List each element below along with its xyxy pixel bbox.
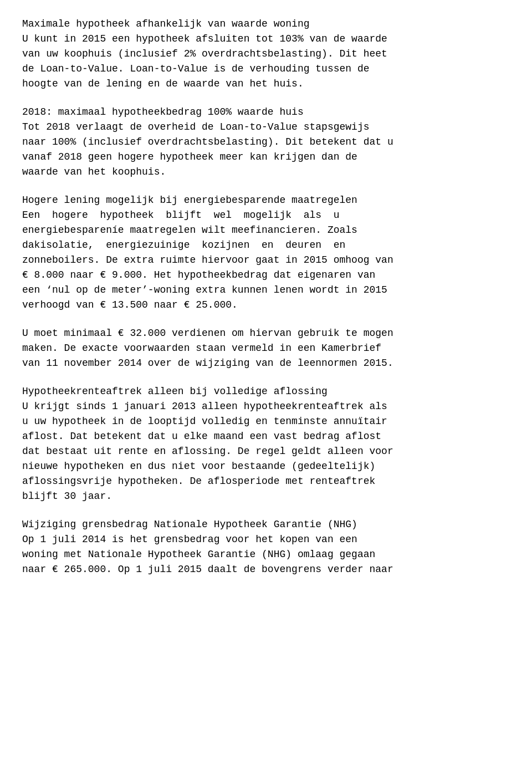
section-6-title: Wijziging grensbedrag Nationale Hypothee…	[22, 517, 510, 532]
section-3-body: Een hogere hypotheek blijft wel mogelijk…	[22, 208, 510, 313]
section-4: U moet minimaal € 32.000 verdienen om hi…	[22, 326, 510, 371]
section-5-body: U krijgt sinds 1 januari 2013 alleen hyp…	[22, 399, 510, 504]
section-6: Wijziging grensbedrag Nationale Hypothee…	[22, 517, 510, 577]
section-2-title: 2018: maximaal hypotheekbedrag 100% waar…	[22, 105, 510, 120]
section-1: Maximale hypotheek afhankelijk van waard…	[22, 17, 510, 91]
section-3: Hogere lening mogelijk bij energiebespar…	[22, 193, 510, 313]
section-4-body: U moet minimaal € 32.000 verdienen om hi…	[22, 326, 510, 371]
section-5: Hypotheekrenteaftrek alleen bij volledig…	[22, 384, 510, 504]
section-5-title: Hypotheekrenteaftrek alleen bij volledig…	[22, 384, 510, 399]
paragraph-1: Maximale hypotheek afhankelijk van waard…	[22, 17, 510, 91]
main-content: Maximale hypotheek afhankelijk van waard…	[22, 17, 510, 577]
section-3-title: Hogere lening mogelijk bij energiebespar…	[22, 193, 510, 208]
section-2-body: Tot 2018 verlaagt de overheid de Loan-to…	[22, 120, 510, 180]
section-6-body: Op 1 juli 2014 is het grensbedrag voor h…	[22, 532, 510, 577]
section-2: 2018: maximaal hypotheekbedrag 100% waar…	[22, 105, 510, 180]
